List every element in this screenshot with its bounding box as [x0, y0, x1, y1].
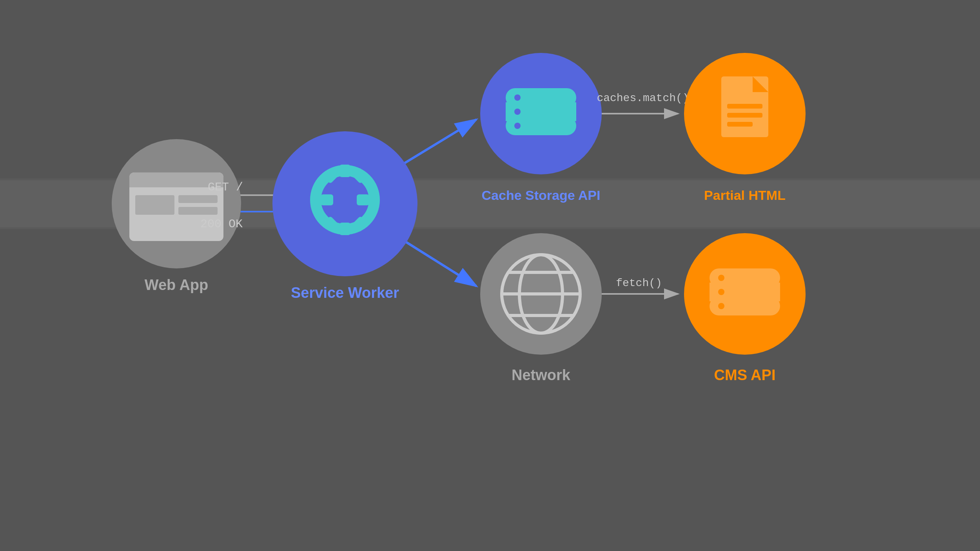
cache-storage-label: Cache Storage API	[482, 188, 601, 203]
svg-rect-30	[727, 122, 753, 127]
svg-rect-29	[727, 113, 762, 118]
svg-rect-9	[178, 207, 218, 215]
caches-match-label: caches.match()	[597, 92, 689, 104]
partial-html-label: Partial HTML	[704, 188, 786, 203]
svg-rect-28	[727, 104, 762, 109]
svg-point-40	[718, 289, 724, 295]
get-request-label: GET /	[208, 181, 243, 194]
svg-rect-8	[178, 195, 218, 203]
fetch-label: fetch()	[616, 277, 662, 289]
svg-point-23	[514, 94, 521, 101]
svg-point-39	[718, 275, 724, 281]
svg-point-41	[718, 303, 724, 309]
response-200-label: 200 OK	[200, 218, 243, 231]
service-worker-label: Service Worker	[291, 285, 399, 301]
svg-point-25	[514, 123, 521, 129]
cms-api-label: CMS API	[714, 367, 776, 383]
svg-rect-7	[135, 195, 174, 215]
svg-point-24	[514, 109, 521, 115]
svg-rect-12	[339, 165, 350, 177]
network-label: Network	[512, 367, 571, 383]
diagram-container: Web App GET / 200 OK Service Worker Cach	[0, 0, 980, 551]
web-app-label: Web App	[145, 277, 209, 293]
svg-rect-15	[357, 194, 369, 205]
architecture-diagram: Web App GET / 200 OK Service Worker Cach	[0, 0, 980, 551]
svg-rect-14	[321, 194, 333, 205]
svg-point-11	[332, 187, 358, 212]
svg-rect-13	[339, 223, 350, 235]
